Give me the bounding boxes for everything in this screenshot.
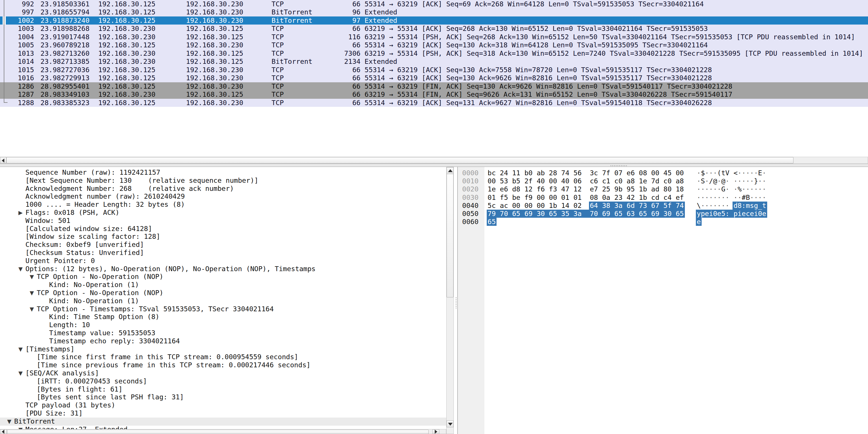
hex-row-0050[interactable]: 005079 70 65 69 30 65 35 3a 70 69 65 63 … (458, 210, 868, 218)
tree-line[interactable]: Acknowledgment Number: 268 (relative ack… (0, 185, 446, 193)
tree-line[interactable]: [Bytes in flight: 61] (0, 385, 446, 394)
scroll-up-button[interactable] (446, 167, 454, 174)
expander-icon[interactable]: ▼ (27, 305, 37, 313)
packet-row-1014[interactable]: 101423.982713385192.168.30.230192.168.30… (0, 58, 868, 66)
col-number: 1014 (0, 58, 34, 66)
hex-row-0060[interactable]: 006065e (458, 218, 868, 226)
tree-line[interactable]: [Checksum Status: Unverified] (0, 249, 446, 257)
packet-row-1013[interactable]: 101323.982713260192.168.30.230192.168.30… (0, 50, 868, 58)
tree-line[interactable]: ▼TCP Option - No-Operation (NOP) (0, 273, 446, 281)
col-info: 63219 → 55314 [PSH, ACK] Seq=318 Ack=130… (365, 50, 863, 58)
tree-line[interactable]: Length: 10 (0, 321, 446, 329)
hex-bytes: 5c ac 00 00 00 1b 14 02 64 38 3a 6d 73 6… (488, 202, 684, 210)
tree-line[interactable]: [PDU Size: 31] (0, 409, 446, 417)
col-length: 66 (323, 99, 361, 107)
tree-line[interactable]: ▼Options: (12 bytes), No-Operation (NOP)… (0, 265, 446, 273)
packet-row-992[interactable]: 99223.918503361192.168.30.125192.168.30.… (0, 0, 868, 8)
hex-byte-run[interactable]: bc 24 11 b0 ab 28 74 56 3c 7f 07 e6 08 0… (488, 169, 684, 177)
tree-line[interactable]: Urgent Pointer: 0 (0, 257, 446, 265)
col-destination: 192.168.30.125 (186, 58, 243, 66)
scroll-right-button[interactable] (432, 429, 439, 434)
scroll-up-icon (448, 169, 453, 172)
tree-line[interactable]: ▼TCP Option - Timestamps: TSval 59153505… (0, 305, 446, 313)
tree-line[interactable]: 1000 .... = Header Length: 32 bytes (8) (0, 201, 446, 209)
hex-row-0000[interactable]: 0000bc 24 11 b0 ab 28 74 56 3c 7f 07 e6 … (458, 169, 868, 177)
packet-row-1005[interactable]: 100523.960789218192.168.30.125192.168.30… (0, 41, 868, 49)
tree-line[interactable]: [Time since previous frame in this TCP s… (0, 361, 446, 369)
tree-line[interactable]: [Calculated window size: 64128] (0, 225, 446, 233)
hex-byte-run[interactable]: 01 f5 be f9 00 00 01 01 08 0a 23 42 1b c… (488, 193, 684, 202)
tree-line[interactable]: Timestamp value: 591535053 (0, 329, 446, 337)
col-length: 66 (323, 74, 361, 82)
ascii-run[interactable]: ·S·/@·@· ·····}·· (697, 177, 766, 185)
ascii-run-selected[interactable]: d8:msg_t (733, 202, 767, 210)
packet-row-1287[interactable]: 128728.983349103192.168.30.230192.168.30… (0, 90, 868, 98)
hex-row-0040[interactable]: 00405c ac 00 00 00 1b 14 02 64 38 3a 6d … (458, 202, 868, 210)
details-h-scrollbar[interactable] (0, 429, 446, 434)
pane-splitter-horizontal[interactable] (0, 164, 868, 167)
ascii-run[interactable]: ········ ··#B···· (697, 193, 766, 202)
hex-byte-run-selected[interactable]: 79 70 65 69 30 65 35 3a 70 69 65 63 65 6… (487, 210, 685, 218)
packet-row-997[interactable]: 99723.918655794192.168.30.125192.168.30.… (0, 8, 868, 16)
ascii-run[interactable]: \······· (697, 202, 734, 210)
packet-row-1003[interactable]: 100323.918988268192.168.30.230192.168.30… (0, 25, 868, 33)
scroll-left-button[interactable] (0, 429, 7, 434)
tree-line[interactable]: [Window size scaling factor: 128] (0, 233, 446, 241)
col-length: 66 (323, 41, 361, 49)
ascii-run-selected[interactable]: ypei0e5: piecei0e (696, 210, 767, 218)
tree-line[interactable]: ▼TCP Option - No-Operation (NOP) (0, 289, 446, 297)
details-v-scrollbar[interactable] (446, 167, 454, 434)
hex-byte-run[interactable]: 00 53 b5 2f 40 00 40 06 c6 c1 c0 a8 1e 7… (488, 177, 684, 185)
packet-row-1016[interactable]: 101623.982729913192.168.30.125192.168.30… (0, 74, 868, 82)
packet-list-h-scrollbar[interactable] (0, 157, 868, 164)
tree-line[interactable]: Sequence Number (raw): 1192421157 (0, 168, 446, 177)
scroll-down-button[interactable] (446, 421, 454, 427)
scroll-left-button[interactable] (0, 157, 6, 163)
expander-icon[interactable]: ▶ (16, 209, 25, 217)
tree-line[interactable]: Kind: No-Operation (1) (0, 297, 446, 305)
tree-line-label: [Window size scaling factor: 128] (25, 233, 160, 241)
packet-row-1015[interactable]: 101523.982727036192.168.30.125192.168.30… (0, 66, 868, 74)
tree-line[interactable]: Kind: Time Stamp Option (8) (0, 313, 446, 321)
tree-line[interactable]: Acknowledgment number (raw): 2610240429 (0, 193, 446, 201)
scrollbar-thumb[interactable] (446, 174, 454, 298)
tree-line[interactable]: ▼BitTorrent (0, 417, 446, 426)
expander-icon[interactable]: ▼ (4, 417, 14, 426)
hex-ascii: \······· d8:msg_t (697, 202, 766, 210)
hex-byte-run[interactable]: 5c ac 00 00 00 1b 14 02 (488, 202, 590, 210)
ascii-run[interactable]: ······G· ·%······ (697, 185, 766, 193)
tree-line[interactable]: Checksum: 0xbef9 [unverified] (0, 241, 446, 249)
tree-line[interactable]: [Bytes sent since last PSH flag: 31] (0, 393, 446, 401)
hex-byte-run-selected[interactable]: 65 (487, 218, 497, 226)
expander-icon[interactable]: ▼ (16, 369, 25, 377)
packet-row-1004[interactable]: 100423.919017448192.168.30.230192.168.30… (0, 33, 868, 41)
expander-icon[interactable]: ▼ (27, 273, 37, 281)
pane-splitter-vertical[interactable] (455, 297, 457, 308)
tree-line[interactable]: Window: 501 (0, 217, 446, 225)
expander-icon[interactable]: ▼ (27, 289, 37, 297)
hex-byte-run[interactable]: 1e e6 d8 12 f6 f3 47 12 e7 25 9b 95 1b a… (488, 185, 684, 193)
scrollbar-thumb[interactable] (7, 430, 429, 434)
tree-line[interactable]: ▼[Timestamps] (0, 345, 446, 353)
expander-icon[interactable]: ▼ (16, 345, 25, 353)
ascii-run-selected[interactable]: e (696, 218, 702, 226)
tree-line[interactable]: Timestamp echo reply: 3304021164 (0, 337, 446, 345)
tree-line-label: TCP Option - No-Operation (NOP) (37, 273, 163, 281)
expander-icon[interactable]: ▼ (16, 265, 25, 273)
packet-row-1288[interactable]: 128828.983385323192.168.30.125192.168.30… (0, 99, 868, 107)
tree-line[interactable]: ▶Flags: 0x018 (PSH, ACK) (0, 209, 446, 217)
tree-line[interactable]: [Next Sequence Number: 130 (relative seq… (0, 177, 446, 185)
scrollbar-thumb[interactable] (6, 157, 794, 163)
packet-row-1002[interactable]: 100223.918873240192.168.30.125192.168.30… (0, 17, 868, 25)
tree-line[interactable]: [iRTT: 0.000270453 seconds] (0, 377, 446, 385)
packet-row-1286[interactable]: 128628.982955401192.168.30.125192.168.30… (0, 82, 868, 90)
tree-line[interactable]: ▼[SEQ/ACK analysis] (0, 369, 446, 377)
tree-line[interactable]: TCP payload (31 bytes) (0, 401, 446, 409)
ascii-run[interactable]: ·$···(tV <·····E· (697, 169, 766, 177)
hex-row-0010[interactable]: 001000 53 b5 2f 40 00 40 06 c6 c1 c0 a8 … (458, 177, 868, 185)
tree-line[interactable]: [Time since first frame in this TCP stre… (0, 353, 446, 361)
hex-row-0030[interactable]: 003001 f5 be f9 00 00 01 01 08 0a 23 42 … (458, 193, 868, 202)
hex-byte-run-selected[interactable]: 64 38 3a 6d 73 67 5f 74 (589, 202, 685, 210)
tree-line[interactable]: Kind: No-Operation (1) (0, 281, 446, 289)
hex-row-0020[interactable]: 00201e e6 d8 12 f6 f3 47 12 e7 25 9b 95 … (458, 185, 868, 193)
